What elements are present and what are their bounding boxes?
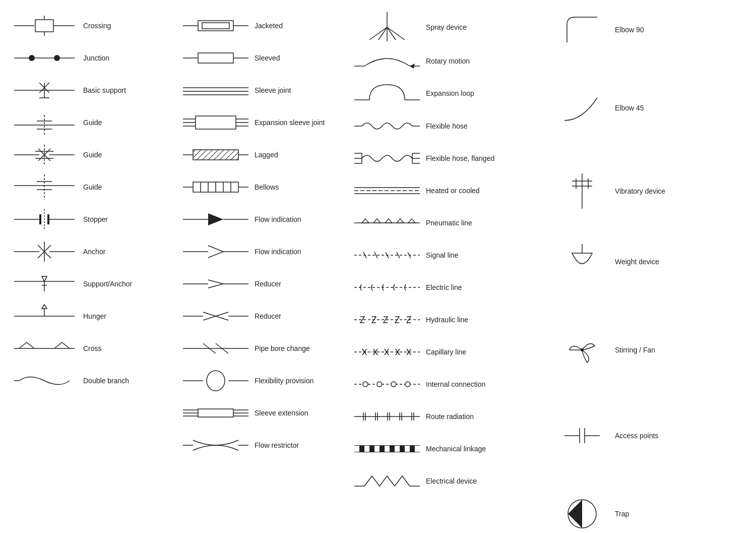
svg-rect-31 <box>47 214 49 224</box>
sym-stirring-fan <box>549 335 615 365</box>
sym-hydraulic-line <box>348 310 426 330</box>
sym-anchor <box>5 239 83 264</box>
row-trap: Trap <box>549 494 751 533</box>
row-flow-indication-2: Flow indication <box>176 236 348 267</box>
sym-guide-2 <box>5 142 83 167</box>
sym-pneumatic-line <box>348 213 426 233</box>
row-electrical-device: Electrical device <box>348 465 549 497</box>
sym-flow-restrictor <box>176 433 255 458</box>
row-pipe-bore-change: Pipe bore change <box>176 333 348 364</box>
main-page: Crossing Junction <box>0 0 756 533</box>
row-jacketed: Jacketed <box>176 10 348 41</box>
sym-double-branch <box>5 368 83 393</box>
row-route-radiation: Route radiation <box>348 401 549 432</box>
sym-weight-device <box>549 244 615 279</box>
sym-support-anchor <box>5 271 83 297</box>
sym-elbow-90 <box>549 12 615 47</box>
sym-heated-cooled <box>348 181 426 201</box>
label-rotary-motion: Rotary motion <box>426 56 549 66</box>
row-hunger: Hunger <box>5 301 176 332</box>
label-expansion-loop: Expansion loop <box>426 89 549 98</box>
label-signal-line: Signal line <box>426 251 549 260</box>
row-reducer-1: Reducer <box>176 268 348 300</box>
label-junction: Junction <box>83 53 176 63</box>
label-hunger: Hunger <box>83 312 176 321</box>
row-guide-1: Guide <box>5 107 176 138</box>
label-capillary-line: Capillary line <box>426 347 549 357</box>
row-bellows: Bellows <box>176 171 348 203</box>
sym-guide-1 <box>5 110 83 135</box>
sym-electrical-device <box>348 468 426 494</box>
row-capillary-line: Capillary line <box>348 336 549 368</box>
sym-electric-line <box>348 277 426 298</box>
row-spray-device: Spray device <box>348 10 549 44</box>
row-stopper: Stopper <box>5 204 176 235</box>
label-sleeve-joint: Sleeve joint <box>255 86 348 95</box>
label-stopper: Stopper <box>83 215 176 224</box>
column-2: Jacketed Sleeved Sleeve jo <box>176 10 348 533</box>
svg-rect-52 <box>198 53 233 63</box>
label-reducer-1: Reducer <box>255 279 348 288</box>
row-guide-2: Guide <box>5 139 176 170</box>
svg-rect-30 <box>39 214 41 224</box>
svg-rect-49 <box>202 23 229 29</box>
label-elbow-45: Elbow 45 <box>615 103 751 112</box>
sym-flexibility-provision <box>176 368 255 393</box>
svg-rect-3 <box>35 20 53 32</box>
label-double-branch: Double branch <box>83 376 176 385</box>
svg-marker-126 <box>397 219 404 223</box>
row-sleeve-extension: Sleeve extension <box>176 397 348 429</box>
sym-reducer-1 <box>176 274 255 294</box>
svg-point-151 <box>405 382 410 387</box>
sym-bellows <box>176 177 255 197</box>
svg-point-149 <box>377 382 382 387</box>
sym-capillary-line <box>348 342 426 362</box>
label-reducer-2: Reducer <box>255 312 348 321</box>
row-elbow-45: Elbow 45 <box>549 91 751 125</box>
label-elbow-90: Elbow 90 <box>615 25 751 34</box>
svg-marker-77 <box>208 213 223 225</box>
row-weight-device: Weight device <box>549 242 751 281</box>
svg-line-102 <box>387 27 396 40</box>
svg-rect-91 <box>198 409 233 417</box>
sym-access-points <box>549 421 615 451</box>
row-flexibility-provision: Flexibility provision <box>176 365 348 396</box>
label-flow-indication-1: Flow indication <box>255 215 348 224</box>
sym-jacketed <box>176 16 255 36</box>
row-flexible-hose: Flexible hose <box>348 110 549 142</box>
label-flexible-hose: Flexible hose <box>426 122 549 131</box>
sym-spray-device <box>348 12 426 42</box>
column-4: Elbow 90 Elbow 45 Vibrator <box>549 10 751 533</box>
row-flow-indication-1: Flow indication <box>176 204 348 235</box>
svg-point-6 <box>54 55 60 61</box>
row-sleeved: Sleeved <box>176 42 348 74</box>
row-access-points: Access points <box>549 419 751 453</box>
row-double-branch: Double branch <box>5 365 176 396</box>
row-flow-restrictor: Flow restrictor <box>176 430 348 461</box>
svg-marker-123 <box>362 219 369 223</box>
sym-lagged <box>176 145 255 165</box>
row-expansion-loop: Expansion loop <box>348 78 549 109</box>
label-sleeved: Sleeved <box>255 53 348 63</box>
label-internal-connection: Internal connection <box>426 380 549 389</box>
label-route-radiation: Route radiation <box>426 412 549 421</box>
label-trap: Trap <box>615 509 751 518</box>
row-sleeve-joint: Sleeve joint <box>176 75 348 106</box>
row-crossing: Crossing <box>5 10 176 41</box>
label-bellows: Bellows <box>255 183 348 192</box>
sym-route-radiation <box>348 406 426 427</box>
sym-expansion-loop <box>348 80 426 107</box>
row-cross: Cross <box>5 333 176 364</box>
row-internal-connection: Internal connection <box>348 369 549 400</box>
svg-point-5 <box>29 55 35 61</box>
sym-signal-line <box>348 245 426 265</box>
sym-basic-support <box>5 78 83 103</box>
sym-sleeve-extension <box>176 403 255 423</box>
svg-marker-124 <box>373 219 381 223</box>
row-support-anchor: Support/Anchor <box>5 268 176 300</box>
svg-point-148 <box>363 382 368 387</box>
row-junction: Junction <box>5 42 176 74</box>
label-lagged: Lagged <box>255 150 348 159</box>
sym-flexible-hose-flanged <box>348 146 426 171</box>
row-pneumatic-line: Pneumatic line <box>348 207 549 239</box>
